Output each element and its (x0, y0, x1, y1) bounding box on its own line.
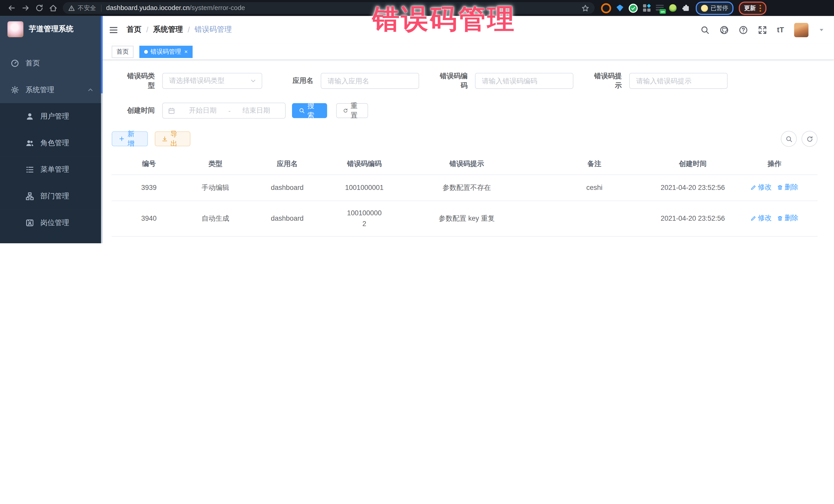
github-icon[interactable] (720, 25, 728, 34)
sidebar-scrollbar[interactable] (101, 16, 103, 243)
browser-update-button[interactable]: 更新 (739, 1, 767, 15)
sidebar-item-label: 岗位管理 (41, 218, 69, 227)
filter-label-error-hint: 错误码提示 (588, 71, 622, 91)
sidebar-menu: 首页系统管理用户管理角色管理菜单管理部门管理岗位管理字典管理通知公告审计日志在线… (0, 50, 101, 243)
extension-grid-icon[interactable] (643, 4, 651, 12)
sidebar-item-5[interactable]: 部门管理 (0, 183, 101, 210)
extension-spy-icon[interactable] (669, 4, 676, 12)
delete-link[interactable]: 删除 (777, 213, 798, 223)
error-hint-input-wrap (629, 73, 727, 89)
sidebar-item-6[interactable]: 岗位管理 (0, 210, 101, 236)
back-icon[interactable] (7, 4, 16, 12)
column-header-0: 编号 (112, 153, 186, 175)
cell: 100100000 2 (330, 201, 399, 236)
pencil-icon (751, 184, 756, 190)
help-icon[interactable] (739, 25, 748, 34)
edit-link[interactable]: 修改 (751, 213, 772, 223)
table-row: 3940自动生成dashboard100100000 2参数配置 key 重复2… (112, 201, 817, 236)
avatar-caret-icon[interactable] (819, 27, 825, 33)
sidebar-item-label: 用户管理 (41, 112, 69, 121)
search-icon (299, 108, 305, 114)
forward-icon[interactable] (21, 4, 30, 12)
actions-cell: 修改删除 (731, 236, 817, 243)
extension-orange-icon[interactable] (601, 3, 611, 13)
calendar-icon (168, 107, 175, 114)
not-secure-icon (68, 5, 75, 12)
column-header-4: 错误码提示 (399, 153, 535, 175)
cell: 3941 (112, 236, 186, 243)
users-icon (25, 139, 34, 147)
plus-icon (118, 136, 125, 142)
close-tab-icon[interactable]: × (184, 49, 188, 54)
extension-list-on-icon[interactable]: on (656, 5, 664, 12)
delete-link[interactable]: 删除 (777, 182, 798, 193)
error-type-select[interactable]: 请选择错误码类型 (162, 73, 262, 89)
sidebar-item-3[interactable]: 角色管理 (0, 130, 101, 156)
add-button[interactable]: 新增 (112, 131, 148, 146)
breadcrumb-item-2: 错误码管理 (195, 25, 232, 35)
sidebar-item-label: 菜单管理 (41, 165, 69, 175)
tab-home[interactable]: 首页 (112, 45, 133, 58)
reload-icon[interactable] (35, 4, 44, 12)
trash-icon (777, 215, 783, 221)
edit-link[interactable]: 修改 (751, 182, 772, 193)
extension-check-icon[interactable] (629, 3, 638, 12)
kebab-menu-icon[interactable] (760, 5, 761, 12)
column-header-1: 类型 (186, 153, 245, 175)
export-button[interactable]: 导出 (155, 131, 191, 146)
cell: 2021-04-20 23:52:56 (654, 236, 731, 243)
cell: dashboard (245, 201, 330, 236)
font-size-icon[interactable]: tT (777, 25, 784, 34)
cell: 自动生成 (186, 236, 245, 243)
cell: 3940 (112, 201, 186, 236)
active-dot (144, 50, 148, 53)
sidebar-item-4[interactable]: 菜单管理 (0, 156, 101, 183)
error-code-input[interactable] (476, 77, 573, 85)
home-icon[interactable] (49, 4, 58, 12)
search-button[interactable]: 搜索 (292, 103, 327, 118)
app-name-input[interactable] (321, 77, 419, 85)
cell: 1001000001 (330, 175, 399, 201)
reset-button[interactable]: 重置 (336, 103, 368, 118)
cell (534, 201, 654, 236)
column-header-7: 操作 (731, 153, 817, 175)
table-row: 3939手动编辑dashboard1001000001参数配置不存在ceshi2… (112, 175, 817, 201)
refresh-table-button[interactable] (802, 131, 817, 147)
pencil-icon (751, 215, 756, 221)
dashboard-icon (10, 59, 19, 67)
date-range-picker[interactable]: 开始日期 - 结束日期 (162, 103, 286, 118)
header-search-icon[interactable] (700, 25, 709, 34)
fullscreen-icon[interactable] (758, 25, 767, 34)
extensions-puzzle-icon[interactable] (682, 4, 690, 12)
breadcrumb-item-0[interactable]: 首页 (127, 25, 141, 35)
sidebar-item-label: 角色管理 (41, 138, 69, 148)
toggle-search-button[interactable] (781, 131, 797, 147)
error-hint-input[interactable] (630, 77, 727, 85)
user-avatar[interactable] (794, 23, 809, 37)
sidebar-item-1[interactable]: 系统管理 (0, 76, 101, 103)
sidebar-item-label: 首页 (25, 59, 40, 68)
gear-icon (10, 86, 19, 94)
sidebar-item-2[interactable]: 用户管理 (0, 103, 101, 130)
magnifier-icon (785, 135, 792, 143)
tab-error-code[interactable]: 错误码管理× (139, 45, 193, 58)
filter-label-create-time: 创建时间 (127, 106, 155, 115)
download-icon (162, 136, 168, 142)
annotation-watermark: 错误码管理 (372, 1, 516, 38)
actions-cell: 修改删除 (731, 175, 817, 201)
cell: 参数配置不存在 (399, 175, 535, 201)
error-code-table: 编号类型应用名错误码编码错误码提示备注创建时间操作 3939手动编辑dashbo… (112, 153, 817, 243)
profile-paused-chip[interactable]: 已暂停 (696, 1, 733, 15)
sidebar-item-7[interactable]: 字典管理 (0, 236, 101, 243)
extension-gem-icon[interactable] (616, 5, 623, 12)
bookmark-star-icon[interactable] (581, 4, 589, 12)
cell: 100100000 3 (330, 236, 399, 243)
breadcrumb-item-1[interactable]: 系统管理 (153, 25, 183, 35)
app-logo-row[interactable]: 芋道管理系统 (0, 16, 101, 43)
hamburger-icon[interactable] (109, 25, 118, 34)
extensions-area: on 已暂停 更新 (601, 1, 767, 15)
cell: 参数配置 key 重复 (399, 201, 535, 236)
sidebar-item-label: 部门管理 (41, 192, 69, 201)
user-icon (25, 112, 34, 120)
sidebar-item-0[interactable]: 首页 (0, 50, 101, 77)
